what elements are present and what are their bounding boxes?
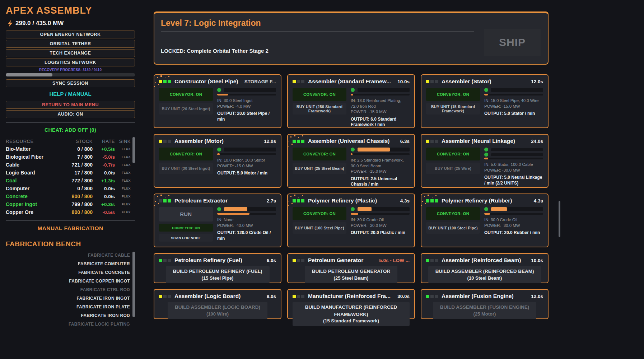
sink-flux-button[interactable]: FLUX	[115, 179, 131, 182]
card-header: Petroleum Generator 5.0s - LOW ...	[293, 257, 410, 264]
buy-unit-button[interactable]: BUY UNIT (250 Standard Framework)	[293, 103, 346, 115]
sink-flux-button[interactable]: FLUX	[115, 155, 131, 159]
conveyor-toggle[interactable]: CONVEYOR: ON	[426, 148, 480, 160]
sink-flux-button[interactable]: FLUX	[115, 187, 131, 190]
cycle-timer: 12.0s	[264, 139, 276, 144]
unit-progress-row	[217, 207, 276, 211]
status-dot-icon	[217, 88, 221, 92]
cheat-toggle[interactable]: CHEAT: ADD OFF (0)	[6, 127, 135, 133]
machine-title: Polymer Refinery (Plastic)	[308, 197, 397, 204]
mini-progress-fill	[484, 213, 490, 215]
mini-progress-bar	[217, 153, 276, 155]
power-indicator: 299.0 / 435.0 MW	[8, 20, 135, 27]
machine-title: Assembler (Fusion Engine)	[442, 293, 528, 299]
build-button[interactable]: BUILD PETROLEUM GENERATOR (25 Steel Beam…	[305, 266, 398, 283]
particle-icon	[302, 135, 303, 136]
status-dot-icon	[351, 148, 355, 151]
sink-flux-button[interactable]: FLUX	[115, 195, 131, 198]
resource-stock: 772 / 800	[64, 178, 93, 183]
conveyor-toggle[interactable]: CONVEYOR: ON	[293, 88, 346, 101]
machine-card: Assembler (Stator) 12.0s CONVEYOR: ONBUY…	[421, 74, 549, 128]
output-line: OUTPUT: 5.0 Neural Linkage / min (2/2 UN…	[484, 175, 543, 186]
help-manual-link[interactable]: HELP / MANUAL	[6, 91, 135, 97]
orbital-tether-button[interactable]: ORBITAL TETHER	[6, 40, 135, 48]
fabricate-button[interactable]: FABRICATE IRON ROD	[6, 311, 130, 320]
fabricate-button[interactable]: FABRICATE COMPUTER	[6, 260, 130, 268]
machine-title: Assembler (Reinforced Beam)	[442, 257, 528, 264]
conveyor-toggle[interactable]: CONVEYOR: ON	[159, 88, 213, 101]
resource-name: Biological Fiber	[6, 154, 64, 160]
conveyor-toggle[interactable]: CONVEYOR: ON	[426, 207, 480, 220]
ship-button[interactable]: SHIP	[484, 29, 541, 56]
build-button[interactable]: BUILD PETROLEUM REFINERY (FUEL) (15 Stee…	[166, 266, 270, 283]
conveyor-toggle[interactable]: CONVEYOR: ON	[293, 207, 346, 220]
machine-card: Petroleum Generator 5.0s - LOW ... BUILD…	[287, 253, 415, 283]
input-line: IN: 15.0 Steel Pipe, 40.0 Wire	[484, 98, 543, 104]
conveyor-toggle[interactable]: CONVEYOR: ON	[293, 148, 346, 160]
conveyor-toggle[interactable]: CONVEYOR: ON	[159, 224, 213, 232]
output-line: OUTPUT: 20.0 Steel Pipe / min	[217, 111, 276, 122]
run-button[interactable]: RUN	[159, 207, 213, 222]
mini-progress-bar	[351, 153, 410, 155]
mini-progress-fill	[484, 158, 488, 159]
buy-unit-button[interactable]: BUY UNIT (30 Steel Ingot)	[159, 163, 213, 174]
mini-progress-fill	[351, 153, 353, 155]
fabricate-button[interactable]: FABRICATE CTRL ROD	[6, 285, 130, 294]
card-header: Manufacturer (Reinforced Fra... 30.0s	[293, 293, 410, 299]
info-column: IN: 30.0 Crude Oil POWER: -30.0 MW OUTPU…	[484, 207, 543, 236]
fabricate-button[interactable]: FABRICATE LOGIC PLATING	[6, 320, 130, 328]
buy-unit-button[interactable]: BUY UNIT (100 Steel Pipe)	[293, 222, 346, 234]
buy-unit-button[interactable]: BUY UNIT (15 Standard Framework)	[426, 103, 480, 115]
sink-flux-button[interactable]: FLUX	[115, 147, 131, 151]
fabricate-button[interactable]: FABRICATE CONCRETE	[6, 268, 130, 277]
buy-unit-button[interactable]: BUY UNIT (25 Wire)	[426, 163, 480, 174]
conveyor-toggle[interactable]: CONVEYOR: ON	[426, 88, 480, 101]
particle-icon	[158, 203, 159, 204]
resource-scrollbar[interactable]	[132, 137, 135, 163]
particle-icon	[288, 205, 289, 206]
fabricate-button[interactable]: FABRICATE IRON PLATE	[6, 303, 130, 311]
dark-indicator-icon	[435, 295, 438, 298]
build-button[interactable]: BUILD ASSEMBLER (REINFORCED BEAM) (10 St…	[428, 266, 541, 283]
table-row: Copper Ore 800 / 800 -0.5/s FLUX	[6, 208, 131, 216]
logistics-network-button[interactable]: LOGISTICS NETWORK	[6, 59, 135, 66]
fabricate-button[interactable]: FABRICATE IRON INGOT	[6, 294, 130, 303]
fabricate-button[interactable]: FABRICATE CABLE	[6, 251, 130, 260]
build-button[interactable]: BUILD ASSEMBLER (LOGIC BOARD) (100 Wire)	[168, 302, 267, 319]
return-main-menu-button[interactable]: RETURN TO MAIN MENU	[6, 101, 135, 109]
resource-name: Cable	[6, 162, 64, 168]
table-row: Coal 772 / 800 +1.3/s FLUX	[6, 177, 131, 185]
conveyor-toggle[interactable]: CONVEYOR: ON	[159, 148, 213, 160]
buy-unit-button[interactable]: BUY UNIT (25 Steel Beam)	[293, 163, 346, 174]
sink-flux-button[interactable]: FLUX	[115, 163, 131, 167]
build-label: BUILD PETROLEUM REFINERY (FUEL)	[173, 268, 262, 275]
unit-rows	[351, 88, 410, 92]
build-button[interactable]: BUILD MANUFACTURER (REINFORCED FRAMEWORK…	[293, 302, 410, 326]
sync-session-button[interactable]: SYNC SESSION	[6, 79, 135, 87]
sink-flux-button[interactable]: FLUX	[115, 202, 131, 206]
tech-exchange-button[interactable]: TECH EXCHANGE	[6, 49, 135, 57]
manual-fabrication-title: MANUAL FABRICATION	[6, 225, 135, 232]
green-indicator-icon	[301, 199, 304, 202]
fabricate-button[interactable]: FABRICATE COPPER INGOT	[6, 277, 130, 285]
button-column: CONVEYOR: ONBUY UNIT (30 Steel Ingot)	[159, 148, 213, 176]
machine-title: Assembler (Standard Framew...	[308, 78, 395, 85]
particle-icon	[424, 196, 425, 197]
buy-unit-button[interactable]: BUY UNIT (20 Steel Ingot)	[159, 103, 213, 115]
sink-flux-button[interactable]: FLUX	[115, 210, 131, 214]
dark-indicator-icon	[163, 259, 167, 262]
table-row: Bio-Matter 0 / 800 +0.5/s FLUX	[6, 145, 131, 153]
sink-flux-button[interactable]: FLUX	[115, 171, 131, 174]
fabrication-scrollbar[interactable]	[132, 252, 135, 317]
green-indicator-icon	[159, 259, 162, 262]
card-header: Assembler (Motor) 12.0s	[159, 138, 276, 144]
mini-progress-fill	[351, 213, 358, 215]
yellow-indicator-icon	[159, 80, 162, 83]
audio-toggle-button[interactable]: AUDIO: ON	[6, 110, 135, 118]
open-energy-network-button[interactable]: OPEN ENERGY NETWORK	[6, 31, 135, 38]
scrollbar-thumb[interactable]	[559, 201, 560, 237]
scan-for-node-button[interactable]: SCAN FOR NODE	[159, 234, 213, 242]
buy-unit-button[interactable]: BUY UNIT (100 Steel Pipe)	[426, 222, 480, 234]
build-button[interactable]: BUILD ASSEMBLER (FUSION ENGINE) (25 Moto…	[433, 302, 537, 319]
progress-bar	[358, 88, 410, 92]
